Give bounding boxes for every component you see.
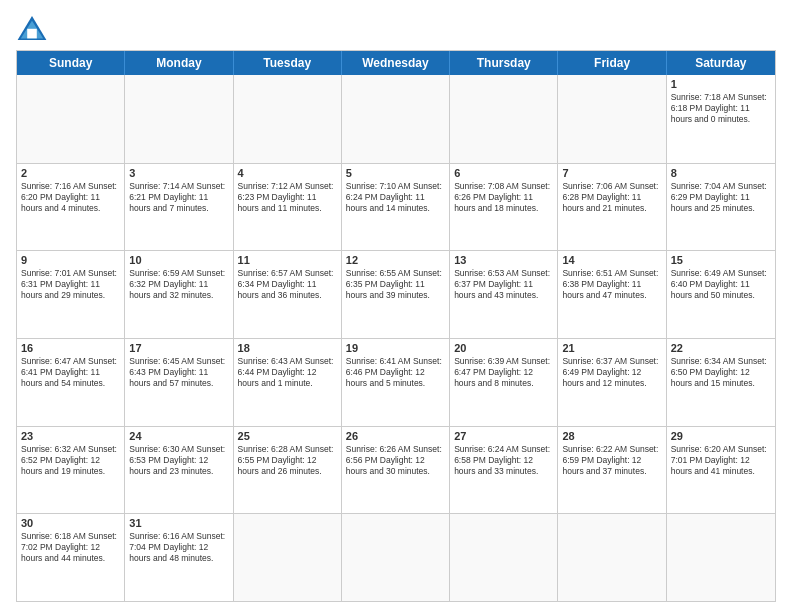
cell-date-number: 26 <box>346 430 445 442</box>
empty-cell <box>234 514 342 601</box>
calendar-row: 1Sunrise: 7:18 AM Sunset: 6:18 PM Daylig… <box>17 75 775 163</box>
cell-date-number: 4 <box>238 167 337 179</box>
day-header-monday: Monday <box>125 51 233 75</box>
date-cell-30: 30Sunrise: 6:18 AM Sunset: 7:02 PM Dayli… <box>17 514 125 601</box>
empty-cell <box>558 75 666 163</box>
cell-info: Sunrise: 7:12 AM Sunset: 6:23 PM Dayligh… <box>238 181 337 214</box>
cell-date-number: 31 <box>129 517 228 529</box>
svg-rect-2 <box>27 29 37 39</box>
date-cell-21: 21Sunrise: 6:37 AM Sunset: 6:49 PM Dayli… <box>558 339 666 426</box>
cell-info: Sunrise: 6:18 AM Sunset: 7:02 PM Dayligh… <box>21 531 120 564</box>
cell-date-number: 10 <box>129 254 228 266</box>
cell-info: Sunrise: 6:30 AM Sunset: 6:53 PM Dayligh… <box>129 444 228 477</box>
day-header-sunday: Sunday <box>17 51 125 75</box>
cell-info: Sunrise: 7:04 AM Sunset: 6:29 PM Dayligh… <box>671 181 771 214</box>
date-cell-20: 20Sunrise: 6:39 AM Sunset: 6:47 PM Dayli… <box>450 339 558 426</box>
date-cell-27: 27Sunrise: 6:24 AM Sunset: 6:58 PM Dayli… <box>450 427 558 514</box>
date-cell-2: 2Sunrise: 7:16 AM Sunset: 6:20 PM Daylig… <box>17 164 125 251</box>
cell-date-number: 1 <box>671 78 771 90</box>
cell-date-number: 15 <box>671 254 771 266</box>
date-cell-4: 4Sunrise: 7:12 AM Sunset: 6:23 PM Daylig… <box>234 164 342 251</box>
empty-cell <box>234 75 342 163</box>
cell-date-number: 5 <box>346 167 445 179</box>
cell-info: Sunrise: 6:28 AM Sunset: 6:55 PM Dayligh… <box>238 444 337 477</box>
cell-info: Sunrise: 7:18 AM Sunset: 6:18 PM Dayligh… <box>671 92 771 125</box>
date-cell-23: 23Sunrise: 6:32 AM Sunset: 6:52 PM Dayli… <box>17 427 125 514</box>
cell-date-number: 8 <box>671 167 771 179</box>
day-header-wednesday: Wednesday <box>342 51 450 75</box>
day-header-tuesday: Tuesday <box>234 51 342 75</box>
cell-info: Sunrise: 6:20 AM Sunset: 7:01 PM Dayligh… <box>671 444 771 477</box>
cell-date-number: 25 <box>238 430 337 442</box>
cell-info: Sunrise: 7:16 AM Sunset: 6:20 PM Dayligh… <box>21 181 120 214</box>
cell-info: Sunrise: 7:06 AM Sunset: 6:28 PM Dayligh… <box>562 181 661 214</box>
cell-info: Sunrise: 6:55 AM Sunset: 6:35 PM Dayligh… <box>346 268 445 301</box>
date-cell-31: 31Sunrise: 6:16 AM Sunset: 7:04 PM Dayli… <box>125 514 233 601</box>
date-cell-15: 15Sunrise: 6:49 AM Sunset: 6:40 PM Dayli… <box>667 251 775 338</box>
date-cell-26: 26Sunrise: 6:26 AM Sunset: 6:56 PM Dayli… <box>342 427 450 514</box>
date-cell-16: 16Sunrise: 6:47 AM Sunset: 6:41 PM Dayli… <box>17 339 125 426</box>
empty-cell <box>558 514 666 601</box>
cell-info: Sunrise: 6:22 AM Sunset: 6:59 PM Dayligh… <box>562 444 661 477</box>
calendar-grid: 1Sunrise: 7:18 AM Sunset: 6:18 PM Daylig… <box>17 75 775 601</box>
cell-date-number: 13 <box>454 254 553 266</box>
cell-date-number: 12 <box>346 254 445 266</box>
date-cell-9: 9Sunrise: 7:01 AM Sunset: 6:31 PM Daylig… <box>17 251 125 338</box>
date-cell-7: 7Sunrise: 7:06 AM Sunset: 6:28 PM Daylig… <box>558 164 666 251</box>
cell-date-number: 24 <box>129 430 228 442</box>
logo <box>16 14 52 42</box>
cell-info: Sunrise: 6:16 AM Sunset: 7:04 PM Dayligh… <box>129 531 228 564</box>
cell-info: Sunrise: 6:59 AM Sunset: 6:32 PM Dayligh… <box>129 268 228 301</box>
cell-date-number: 14 <box>562 254 661 266</box>
cell-date-number: 3 <box>129 167 228 179</box>
day-header-friday: Friday <box>558 51 666 75</box>
cell-date-number: 9 <box>21 254 120 266</box>
calendar: SundayMondayTuesdayWednesdayThursdayFrid… <box>16 50 776 602</box>
empty-cell <box>667 514 775 601</box>
cell-date-number: 19 <box>346 342 445 354</box>
cell-date-number: 21 <box>562 342 661 354</box>
calendar-row: 2Sunrise: 7:16 AM Sunset: 6:20 PM Daylig… <box>17 163 775 251</box>
cell-info: Sunrise: 6:39 AM Sunset: 6:47 PM Dayligh… <box>454 356 553 389</box>
cell-info: Sunrise: 6:32 AM Sunset: 6:52 PM Dayligh… <box>21 444 120 477</box>
empty-cell <box>450 75 558 163</box>
cell-info: Sunrise: 6:53 AM Sunset: 6:37 PM Dayligh… <box>454 268 553 301</box>
calendar-row: 23Sunrise: 6:32 AM Sunset: 6:52 PM Dayli… <box>17 426 775 514</box>
cell-date-number: 18 <box>238 342 337 354</box>
date-cell-6: 6Sunrise: 7:08 AM Sunset: 6:26 PM Daylig… <box>450 164 558 251</box>
date-cell-5: 5Sunrise: 7:10 AM Sunset: 6:24 PM Daylig… <box>342 164 450 251</box>
cell-info: Sunrise: 7:08 AM Sunset: 6:26 PM Dayligh… <box>454 181 553 214</box>
cell-date-number: 23 <box>21 430 120 442</box>
date-cell-22: 22Sunrise: 6:34 AM Sunset: 6:50 PM Dayli… <box>667 339 775 426</box>
date-cell-28: 28Sunrise: 6:22 AM Sunset: 6:59 PM Dayli… <box>558 427 666 514</box>
cell-date-number: 28 <box>562 430 661 442</box>
cell-date-number: 22 <box>671 342 771 354</box>
calendar-row: 9Sunrise: 7:01 AM Sunset: 6:31 PM Daylig… <box>17 250 775 338</box>
logo-icon <box>16 14 48 42</box>
cell-info: Sunrise: 6:34 AM Sunset: 6:50 PM Dayligh… <box>671 356 771 389</box>
date-cell-19: 19Sunrise: 6:41 AM Sunset: 6:46 PM Dayli… <box>342 339 450 426</box>
date-cell-18: 18Sunrise: 6:43 AM Sunset: 6:44 PM Dayli… <box>234 339 342 426</box>
date-cell-25: 25Sunrise: 6:28 AM Sunset: 6:55 PM Dayli… <box>234 427 342 514</box>
date-cell-14: 14Sunrise: 6:51 AM Sunset: 6:38 PM Dayli… <box>558 251 666 338</box>
date-cell-17: 17Sunrise: 6:45 AM Sunset: 6:43 PM Dayli… <box>125 339 233 426</box>
page-header <box>16 14 776 42</box>
cell-info: Sunrise: 6:47 AM Sunset: 6:41 PM Dayligh… <box>21 356 120 389</box>
day-header-saturday: Saturday <box>667 51 775 75</box>
cell-date-number: 29 <box>671 430 771 442</box>
cell-info: Sunrise: 6:49 AM Sunset: 6:40 PM Dayligh… <box>671 268 771 301</box>
cell-info: Sunrise: 6:26 AM Sunset: 6:56 PM Dayligh… <box>346 444 445 477</box>
cell-date-number: 17 <box>129 342 228 354</box>
cell-date-number: 2 <box>21 167 120 179</box>
empty-cell <box>450 514 558 601</box>
day-header-thursday: Thursday <box>450 51 558 75</box>
calendar-row: 16Sunrise: 6:47 AM Sunset: 6:41 PM Dayli… <box>17 338 775 426</box>
cell-info: Sunrise: 7:14 AM Sunset: 6:21 PM Dayligh… <box>129 181 228 214</box>
cell-info: Sunrise: 6:45 AM Sunset: 6:43 PM Dayligh… <box>129 356 228 389</box>
day-headers: SundayMondayTuesdayWednesdayThursdayFrid… <box>17 51 775 75</box>
date-cell-13: 13Sunrise: 6:53 AM Sunset: 6:37 PM Dayli… <box>450 251 558 338</box>
date-cell-1: 1Sunrise: 7:18 AM Sunset: 6:18 PM Daylig… <box>667 75 775 163</box>
empty-cell <box>342 514 450 601</box>
date-cell-29: 29Sunrise: 6:20 AM Sunset: 7:01 PM Dayli… <box>667 427 775 514</box>
cell-info: Sunrise: 6:51 AM Sunset: 6:38 PM Dayligh… <box>562 268 661 301</box>
